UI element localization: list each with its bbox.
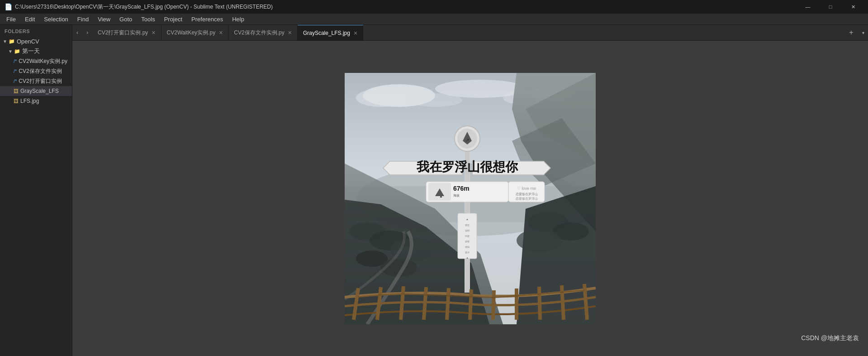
grayscale-image: ↗ 我在罗浮山很想你 ▲ (345, 73, 596, 324)
svg-text:提示: 提示 (465, 251, 470, 254)
menu-item-edit[interactable]: Edit (20, 14, 39, 25)
maximize-button[interactable]: □ (820, 0, 841, 14)
file-type-icon: /* (14, 68, 17, 74)
svg-text:▲: ▲ (439, 194, 443, 198)
tab-spacer (363, 25, 844, 40)
sidebar-file-CV2WaitKey实例.py[interactable]: /*CV2WaitKey实例.py (0, 56, 72, 66)
tab-label: CV2保存文件实例.py (234, 29, 284, 37)
folder-label: OpenCV (17, 38, 39, 45)
main-layout: FOLDERS ▼📁OpenCV▼📁第一天/*CV2WaitKey实例.py/*… (0, 25, 868, 356)
tab-CV2WaitKey实例.py[interactable]: CV2WaitKey实例.py× (161, 25, 229, 40)
image-container: ↗ 我在罗浮山很想你 ▲ (72, 41, 868, 356)
menu-item-view[interactable]: View (93, 14, 115, 25)
svg-text:▲: ▲ (466, 256, 469, 259)
svg-text:游客: 游客 (465, 240, 470, 243)
svg-line-55 (447, 288, 449, 320)
sidebar-folder-第一天[interactable]: ▼📁第一天 (0, 46, 72, 56)
tab-add-button[interactable]: + (844, 25, 858, 40)
menu-item-help[interactable]: Help (228, 14, 249, 25)
svg-text:海拔: 海拔 (453, 194, 460, 197)
watermark: CSDN @地摊主老袁 (801, 334, 859, 342)
file-type-icon: /* (14, 78, 17, 84)
tab-close-button[interactable]: × (288, 29, 292, 36)
svg-text:676m: 676m (453, 185, 470, 192)
svg-text:恋爱版在罗浮山: 恋爱版在罗浮山 (515, 192, 538, 196)
svg-text:↗: ↗ (465, 138, 469, 143)
tabs-container: CV2打开窗口实例.py×CV2WaitKey实例.py×CV2保存文件实例.p… (92, 25, 363, 40)
title-bar-left: 📄 C:\Users\27316\Desktop\OpenCV\第一天\Gray… (5, 3, 273, 11)
sidebar: FOLDERS ▼📁OpenCV▼📁第一天/*CV2WaitKey实例.py/*… (0, 25, 72, 356)
tab-bar: ‹ › CV2打开窗口实例.py×CV2WaitKey实例.py×CV2保存文件… (72, 25, 868, 41)
svg-point-6 (408, 93, 462, 107)
file-type-icon: /* (14, 58, 17, 64)
sidebar-file-LFS.jpg[interactable]: 🖼LFS.jpg (0, 96, 72, 106)
menu-item-tools[interactable]: Tools (137, 14, 159, 25)
window-controls: — □ ✕ (797, 0, 863, 14)
menu-item-find[interactable]: Find (73, 14, 93, 25)
svg-text:♡ love me: ♡ love me (517, 186, 536, 191)
tab-close-button[interactable]: × (354, 30, 357, 36)
svg-line-59 (539, 287, 540, 320)
sidebar-tree: ▼📁OpenCV▼📁第一天/*CV2WaitKey实例.py/*CV2保存文件实… (0, 36, 72, 106)
svg-line-64 (403, 294, 426, 295)
svg-text:须知: 须知 (465, 245, 470, 248)
menu-bar: FileEditSelectionFindViewGotoToolsProjec… (0, 14, 868, 25)
menu-item-goto[interactable]: Goto (115, 14, 137, 25)
folder-arrow: ▼ (3, 39, 7, 44)
svg-line-57 (493, 290, 494, 320)
svg-text:说明: 说明 (465, 229, 470, 232)
tab-nav-next[interactable]: › (82, 25, 92, 40)
file-label: LFS.jpg (20, 98, 39, 104)
minimize-button[interactable]: — (797, 0, 818, 14)
file-label: GrayScale_LFS (20, 88, 59, 94)
file-img-icon: 🖼 (14, 88, 19, 94)
svg-text:景区: 景区 (465, 224, 470, 226)
content-area: ↗ 我在罗浮山很想你 ▲ (72, 41, 868, 356)
svg-text:我在罗浮山很想你: 我在罗浮山很想你 (416, 160, 518, 174)
tab-area: ‹ › CV2打开窗口实例.py×CV2WaitKey实例.py×CV2保存文件… (72, 25, 868, 356)
svg-line-56 (470, 289, 471, 320)
folder-icon: 📁 (14, 48, 20, 54)
svg-text:恋爱版在罗浮山: 恋爱版在罗浮山 (515, 197, 538, 200)
file-label: CV2WaitKey实例.py (19, 58, 67, 65)
svg-line-60 (562, 285, 564, 320)
tab-label: CV2打开窗口实例.py (98, 29, 148, 37)
tab-CV2打开窗口实例.py[interactable]: CV2打开窗口实例.py× (92, 25, 161, 40)
tab-GrayScale_LFS.jpg[interactable]: GrayScale_LFS.jpg× (298, 25, 363, 40)
tab-label: GrayScale_LFS.jpg (303, 30, 350, 36)
app-icon: 📄 (5, 3, 12, 10)
svg-line-54 (424, 287, 426, 320)
svg-line-66 (449, 296, 471, 297)
svg-text:▲: ▲ (466, 218, 469, 221)
file-label: CV2打开窗口实例 (19, 77, 62, 85)
tab-label: CV2WaitKey实例.py (167, 29, 216, 37)
svg-line-63 (381, 294, 403, 295)
menu-item-preferences[interactable]: Preferences (187, 14, 228, 25)
svg-point-2 (356, 89, 406, 107)
folder-icon: 📁 (9, 38, 15, 44)
folder-label: 第一天 (22, 47, 40, 55)
file-label: CV2保存文件实例 (19, 67, 62, 75)
file-img-icon: 🖼 (14, 98, 19, 104)
title-bar: 📄 C:\Users\27316\Desktop\OpenCV\第一天\Gray… (0, 0, 868, 14)
menu-item-project[interactable]: Project (160, 14, 187, 25)
svg-point-22 (517, 229, 562, 252)
tab-close-button[interactable]: × (219, 29, 223, 36)
sidebar-file-CV2保存文件实例[interactable]: /*CV2保存文件实例 (0, 66, 72, 76)
folder-arrow: ▼ (8, 49, 13, 54)
tab-CV2保存文件实例.py[interactable]: CV2保存文件实例.py× (228, 25, 298, 40)
sidebar-file-GrayScale_LFS[interactable]: 🖼GrayScale_LFS (0, 86, 72, 96)
close-button[interactable]: ✕ (843, 0, 863, 14)
tab-list-button[interactable]: ▾ (858, 25, 868, 40)
svg-line-65 (426, 295, 449, 296)
tab-nav-prev[interactable]: ‹ (72, 25, 82, 40)
sidebar-folder-OpenCV[interactable]: ▼📁OpenCV (0, 36, 72, 46)
svg-line-67 (471, 297, 494, 298)
title-text: C:\Users\27316\Desktop\OpenCV\第一天\GraySc… (15, 3, 273, 11)
folders-header: FOLDERS (0, 25, 72, 36)
menu-item-selection[interactable]: Selection (39, 14, 72, 25)
svg-text:内容: 内容 (465, 235, 470, 237)
menu-item-file[interactable]: File (2, 14, 20, 25)
sidebar-file-CV2打开窗口实例[interactable]: /*CV2打开窗口实例 (0, 76, 72, 86)
tab-close-button[interactable]: × (152, 29, 155, 36)
